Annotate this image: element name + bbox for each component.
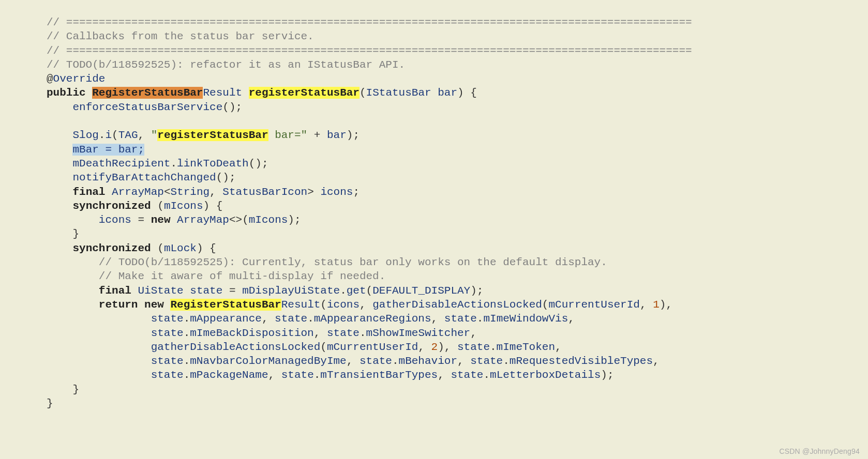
type-result-suffix: Result <box>203 87 242 99</box>
mimetoken: mImeToken <box>497 341 555 353</box>
comment-line: // TODO(b/118592525): Currently, status … <box>99 256 607 268</box>
get: get <box>347 285 366 297</box>
var-state: state <box>275 313 307 325</box>
mnavbarcolormanagedbyime: mNavbarColorManagedByIme <box>190 355 346 367</box>
linktodeath: linkToDeath <box>177 158 249 170</box>
var-state: state <box>151 327 184 339</box>
var-icons: icons <box>320 186 353 198</box>
notifybarattachchanged: notifyBarAttachChanged <box>72 172 216 183</box>
comment-line: // =====================================… <box>47 17 692 28</box>
comment-line: // Callbacks from the status bar service… <box>47 30 314 42</box>
method-name-highlight: registerStatusBar <box>249 87 360 99</box>
var-state: state <box>281 369 314 381</box>
mdisplayuistate: mDisplayUiState <box>242 285 340 297</box>
num-2: 2 <box>431 341 438 353</box>
annotation-at: @ <box>47 73 53 85</box>
mimewindowvis: mImeWindowVis <box>483 313 568 325</box>
param-type: IStatusBar <box>366 87 431 99</box>
gatherdisableactionslocked: gatherDisableActionsLocked <box>372 299 542 311</box>
call-enforce: enforceStatusBarService <box>72 101 222 113</box>
mcurrentuserid: mCurrentUserId <box>327 341 418 353</box>
slog: Slog <box>72 129 98 141</box>
micons: mIcons <box>249 214 288 226</box>
mshowimeswitcher: mShowImeSwitcher <box>366 327 471 339</box>
type-arraymap: ArrayMap <box>112 186 164 198</box>
kw-public: public <box>47 87 86 99</box>
num-1: 1 <box>653 299 660 311</box>
var-icons: icons <box>99 214 131 226</box>
plus-bar: bar <box>327 129 347 141</box>
type-statusbaricon: StatusBarIcon <box>222 186 307 198</box>
mpackagename: mPackageName <box>190 369 268 381</box>
watermark: CSDN @JohnnyDeng94 <box>779 447 860 456</box>
var-icons: icons <box>327 299 360 311</box>
kw-new: new <box>151 214 171 226</box>
kw-synchronized: synchronized <box>72 242 151 254</box>
mletterboxdetails: mLetterboxDetails <box>490 369 601 381</box>
registerstatusbar-highlight: RegisterStatusBar <box>170 299 281 311</box>
kw-return: return <box>99 299 138 311</box>
mappearanceregions: mAppearanceRegions <box>314 313 431 325</box>
mimebackdisposition: mImeBackDisposition <box>190 327 313 339</box>
gatherdisableactionslocked: gatherDisableActionsLocked <box>151 341 321 353</box>
slog-i: i <box>105 129 112 141</box>
kw-synchronized: synchronized <box>72 200 151 212</box>
string-registerstatusbar-highlight: registerStatusBar <box>157 129 268 141</box>
annotation-override: Override <box>53 73 106 85</box>
comment-line: // TODO(b/118592525): refactor it as an … <box>47 59 405 71</box>
mbar-assign-highlight: mBar = bar; <box>72 144 144 156</box>
type-registerstatusbar-highlight: RegisterStatusBar <box>92 87 203 99</box>
type-string: String <box>170 186 209 198</box>
var-state: state <box>360 355 392 367</box>
param-name: bar <box>438 87 457 99</box>
var-state: state <box>190 285 222 297</box>
default-display: DEFAULT_DISPLAY <box>372 285 470 297</box>
kw-final: final <box>99 285 131 297</box>
var-state: state <box>444 313 477 325</box>
string-bar-eq: bar=" <box>268 129 308 141</box>
mrequestedvisibletypes: mRequestedVisibleTypes <box>510 355 653 367</box>
var-state: state <box>457 341 490 353</box>
var-state: state <box>151 369 184 381</box>
kw-final: final <box>72 186 105 198</box>
type-uistate: UiState <box>138 285 183 297</box>
micons: mIcons <box>164 200 203 212</box>
var-state: state <box>327 327 360 339</box>
code-block: // =====================================… <box>0 0 868 410</box>
var-state: state <box>451 369 483 381</box>
var-state: state <box>151 355 184 367</box>
comment-line: // =====================================… <box>47 45 692 57</box>
mtransientbartypes: mTransientBarTypes <box>320 369 438 381</box>
mlock: mLock <box>164 242 197 254</box>
comment-line: // Make it aware of multi-display if nee… <box>99 270 386 282</box>
mcurrentuserid: mCurrentUserId <box>548 299 639 311</box>
tag: TAG <box>118 129 138 141</box>
result-suffix: Result <box>281 299 321 311</box>
var-state: state <box>470 355 503 367</box>
kw-new: new <box>144 299 164 311</box>
mbehavior: mBehavior <box>399 355 457 367</box>
var-state: state <box>151 313 184 325</box>
mdeathrecipient: mDeathRecipient <box>72 158 170 170</box>
type-arraymap: ArrayMap <box>177 214 229 226</box>
mappearance: mAppearance <box>190 313 262 325</box>
